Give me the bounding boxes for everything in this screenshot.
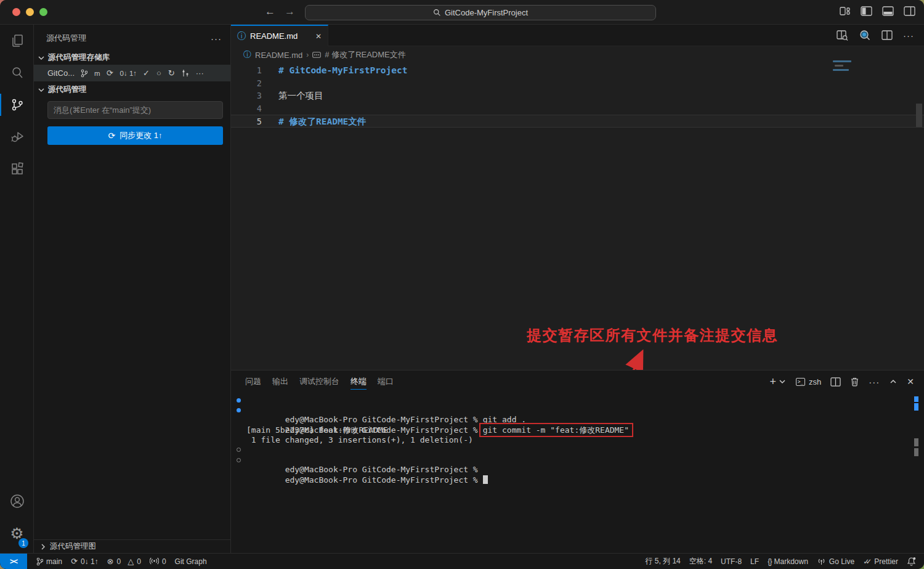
notifications-bell[interactable] <box>902 554 920 569</box>
editor-more-icon[interactable]: ··· <box>903 30 914 41</box>
explorer-icon[interactable] <box>0 25 34 57</box>
branch-icon <box>36 557 43 566</box>
editor-scrollbar[interactable] <box>916 104 922 127</box>
vscode-window: ← → GitCode-MyFirstProject <box>0 0 924 569</box>
tab-output[interactable]: 输出 <box>267 370 294 393</box>
repo-sync-action[interactable]: ⟳0↓ 1↑ <box>107 68 137 78</box>
terminal-output[interactable]: edy@MacBook-Pro GitCode-MyFirstProject %… <box>231 395 912 553</box>
activity-bar: ⚙ 1 <box>0 25 34 553</box>
chevron-down-icon <box>37 86 46 94</box>
search-value: GitCode-MyFirstProject <box>445 8 528 17</box>
kill-terminal-trash-icon[interactable] <box>850 377 859 387</box>
repo-branch: m <box>94 70 100 77</box>
radio-tower-icon <box>150 557 159 565</box>
terminal-shell-item[interactable]: >_ zsh <box>796 377 821 387</box>
repository-row[interactable]: GitCo... m ⟳0↓ 1↑ ✓ ○ ↻ ··· <box>34 65 230 81</box>
source-control-icon[interactable] <box>0 89 34 121</box>
extensions-icon[interactable] <box>0 153 34 185</box>
tab-ports[interactable]: 端口 <box>372 370 399 393</box>
terminal-line: [main 5b2237c] feat:修改README <box>231 425 912 435</box>
tab-title: README.md <box>250 31 298 41</box>
status-encoding[interactable]: UTF-8 <box>716 554 746 569</box>
braces-icon: { } <box>768 557 771 566</box>
double-check-icon: ✓✓ <box>863 557 868 566</box>
circle-icon[interactable]: ○ <box>156 68 161 78</box>
window-close-button[interactable] <box>12 8 20 16</box>
open-preview-side-icon[interactable] <box>837 30 848 41</box>
terminal-line <box>231 415 912 425</box>
tab-close-icon[interactable]: ✕ <box>315 32 322 41</box>
terminal-line: edy@MacBook-Pro GitCode-MyFirstProject %… <box>231 405 912 415</box>
symbol-string-icon <box>312 51 321 59</box>
tab-debug-console[interactable]: 调试控制台 <box>294 370 345 393</box>
status-go-live[interactable]: Go Live <box>813 554 859 569</box>
status-ports[interactable]: 0 <box>145 554 171 569</box>
breadcrumb-symbol[interactable]: # 修改了README文件 <box>325 49 405 60</box>
maximize-panel-icon[interactable] <box>889 377 898 386</box>
chevron-down-icon[interactable] <box>778 377 787 386</box>
status-branch[interactable]: main <box>32 554 67 569</box>
status-eol[interactable]: LF <box>746 554 763 569</box>
window-minimize-button[interactable] <box>26 8 34 16</box>
tab-problems[interactable]: 问题 <box>240 370 267 393</box>
tab-terminal[interactable]: 终端 <box>345 370 372 393</box>
sidebar-title: 源代码管理 <box>46 33 86 44</box>
info-icon: ⓘ <box>237 31 246 42</box>
code-line: 4 <box>231 102 924 115</box>
broadcast-icon <box>817 557 826 565</box>
search-icon <box>433 9 441 17</box>
customize-layout-icon[interactable] <box>840 6 851 16</box>
remote-indicator[interactable]: >< <box>0 554 27 569</box>
status-indent[interactable]: 空格: 4 <box>685 554 716 569</box>
section-source-control-graph[interactable]: 源代码管理图 <box>34 539 230 553</box>
minimap[interactable] <box>833 60 857 104</box>
status-problems[interactable]: ⊗0 △0 <box>103 554 145 569</box>
toggle-secondary-sidebar-icon[interactable] <box>904 6 915 16</box>
command-center-search[interactable]: GitCode-MyFirstProject <box>305 5 656 20</box>
sync-icon: ⟳ <box>108 131 115 141</box>
panel-more-icon[interactable]: ··· <box>869 377 880 387</box>
status-line-col[interactable]: 行 5, 列 14 <box>641 554 684 569</box>
split-terminal-icon[interactable] <box>830 377 841 387</box>
terminal-cursor <box>483 475 488 484</box>
section-source-control[interactable]: 源代码管理 <box>34 83 230 97</box>
markdown-preview-icon[interactable] <box>859 30 871 41</box>
error-icon: ⊗ <box>107 557 114 566</box>
more-actions-icon[interactable]: ··· <box>211 33 222 44</box>
editor-area: ⓘ README.md ✕ ··· ⓘ README.md › # 修改了REA… <box>231 25 924 370</box>
repo-more-icon[interactable]: ··· <box>196 68 204 78</box>
back-arrow-icon[interactable]: ← <box>265 6 275 18</box>
window-zoom-button[interactable] <box>39 8 47 16</box>
commit-message-input[interactable] <box>47 101 223 119</box>
breadcrumb-file[interactable]: README.md <box>255 51 302 60</box>
toggle-panel-icon[interactable] <box>882 6 894 16</box>
code-editor[interactable]: 1# GitCode-MyFirstProject 2 3第一个项目 4 5# … <box>231 64 924 128</box>
refresh-icon[interactable]: ↻ <box>168 68 175 78</box>
sync-icon: ⟳ <box>71 557 78 566</box>
shell-label: zsh <box>809 377 821 387</box>
forward-arrow-icon[interactable]: → <box>285 6 295 18</box>
status-sync[interactable]: ⟳0↓ 1↑ <box>67 554 103 569</box>
split-editor-icon[interactable] <box>881 30 893 40</box>
search-view-icon[interactable] <box>0 57 34 89</box>
close-panel-icon[interactable]: ✕ <box>907 377 914 387</box>
terminal-icon: >_ <box>796 378 805 386</box>
sync-changes-button[interactable]: ⟳ 同步更改 1↑ <box>47 126 223 145</box>
toggle-primary-sidebar-icon[interactable] <box>861 6 872 16</box>
tab-readme[interactable]: ⓘ README.md ✕ <box>231 25 328 46</box>
run-debug-icon[interactable] <box>0 121 34 153</box>
commit-check-icon[interactable]: ✓ <box>143 68 150 78</box>
info-icon: ⓘ <box>243 49 251 60</box>
terminal-overview-ruler <box>914 396 918 538</box>
new-terminal-icon[interactable]: + <box>770 375 777 388</box>
status-prettier[interactable]: ✓✓Prettier <box>859 554 902 569</box>
section-repositories[interactable]: 源代码管理存储库 <box>34 51 230 65</box>
settings-gear-icon[interactable]: ⚙ 1 <box>0 517 34 549</box>
breadcrumb[interactable]: ⓘ README.md › # 修改了README文件 <box>231 47 924 63</box>
status-language[interactable]: { }Markdown <box>763 554 813 569</box>
code-line: 2 <box>231 77 924 90</box>
graph-icon[interactable] <box>182 69 189 77</box>
account-icon[interactable] <box>0 485 34 517</box>
status-git-graph[interactable]: Git Graph <box>171 554 211 569</box>
code-line: 3第一个项目 <box>231 89 924 102</box>
